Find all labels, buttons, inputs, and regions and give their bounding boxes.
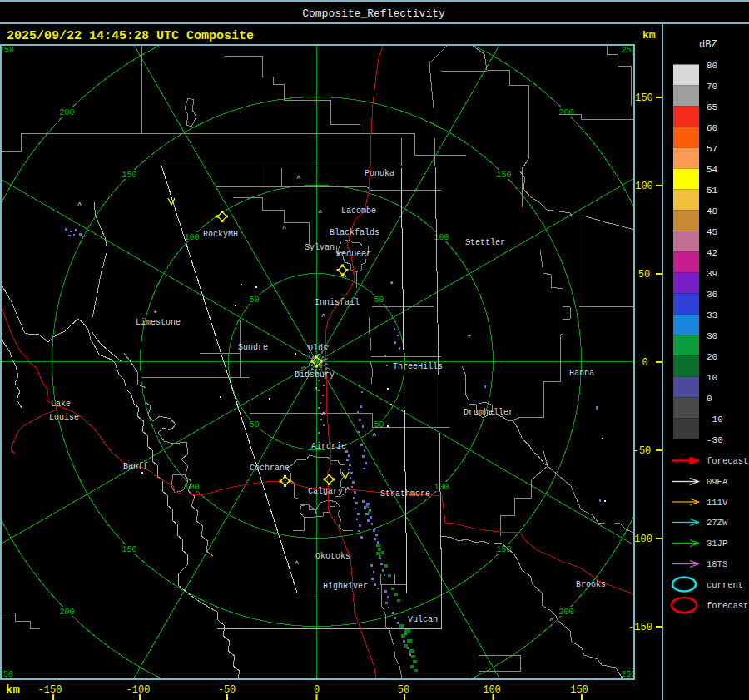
svg-text:^: ^: [549, 617, 553, 625]
svg-text:20: 20: [707, 352, 717, 362]
svg-text:100: 100: [483, 684, 501, 696]
svg-text:Lake: Lake: [51, 400, 71, 409]
svg-text:Lacombe: Lacombe: [341, 206, 376, 216]
svg-text:45: 45: [707, 227, 717, 237]
svg-text:Innisfail: Innisfail: [315, 298, 360, 307]
svg-text:70: 70: [707, 82, 717, 92]
svg-text:Hanna: Hanna: [569, 369, 594, 378]
svg-text:Drumheller: Drumheller: [464, 408, 513, 417]
svg-text:100: 100: [184, 233, 199, 242]
svg-text:-50: -50: [218, 684, 236, 696]
svg-text:Sylvan: Sylvan: [305, 243, 335, 252]
svg-text:Cochrane: Cochrane: [250, 464, 290, 473]
svg-text:+: +: [467, 333, 471, 341]
svg-text:39: 39: [707, 269, 717, 279]
svg-text:Louise: Louise: [49, 413, 79, 422]
svg-text:50: 50: [374, 295, 384, 305]
svg-text:Okotoks: Okotoks: [315, 552, 350, 561]
svg-text:100: 100: [434, 483, 449, 492]
svg-text:51: 51: [707, 186, 718, 196]
svg-text:RockyMH: RockyMH: [203, 230, 238, 239]
svg-text:80: 80: [707, 61, 717, 71]
svg-text:31JP: 31JP: [707, 539, 727, 549]
svg-text:0: 0: [314, 684, 320, 696]
svg-text:Vulcan: Vulcan: [408, 615, 438, 624]
svg-text:250: 250: [0, 46, 14, 55]
svg-text:200: 200: [59, 108, 74, 117]
svg-text:-10: -10: [707, 415, 723, 424]
svg-text:Didsbury: Didsbury: [295, 370, 335, 380]
svg-text:Brooks: Brooks: [576, 580, 606, 589]
svg-text:50: 50: [398, 684, 409, 696]
svg-text:57: 57: [707, 144, 717, 154]
svg-text:-100: -100: [628, 534, 652, 545]
svg-text:250: 250: [0, 670, 13, 679]
svg-text:Stettler: Stettler: [465, 238, 505, 247]
svg-text:150: 150: [122, 545, 136, 554]
svg-text:-50: -50: [633, 445, 652, 457]
svg-text:150: 150: [570, 684, 588, 696]
svg-text:0: 0: [642, 357, 647, 369]
svg-text:^: ^: [314, 386, 318, 395]
svg-text:111V: 111V: [707, 498, 728, 508]
svg-text:^: ^: [282, 225, 286, 233]
svg-text:30: 30: [707, 331, 717, 341]
svg-text:150: 150: [122, 171, 136, 180]
svg-text:forecast: forecast: [707, 601, 748, 611]
svg-text:^: ^: [345, 486, 350, 494]
svg-text:forecast: forecast: [707, 456, 748, 466]
svg-text:09EA: 09EA: [707, 477, 728, 487]
svg-text:50: 50: [638, 269, 650, 280]
svg-text:Sundre: Sundre: [238, 343, 268, 352]
svg-text:33: 33: [707, 310, 717, 320]
svg-text:18TS: 18TS: [707, 559, 727, 569]
svg-text:50: 50: [249, 420, 259, 429]
svg-text:200: 200: [59, 608, 74, 617]
svg-text:-100: -100: [126, 684, 151, 696]
svg-text:km: km: [642, 29, 656, 42]
svg-text:ThreeHills: ThreeHills: [393, 362, 443, 371]
svg-text:54: 54: [707, 165, 718, 175]
svg-text:-30: -30: [707, 435, 723, 445]
svg-text:RedDeer: RedDeer: [336, 250, 371, 259]
svg-text:dBZ: dBZ: [699, 39, 717, 51]
svg-text:^: ^: [342, 273, 346, 281]
svg-text:50: 50: [374, 420, 384, 429]
svg-text:100: 100: [635, 181, 653, 192]
svg-text:km: km: [6, 683, 20, 697]
svg-text:60: 60: [707, 123, 717, 133]
svg-text:10: 10: [707, 373, 717, 383]
svg-text:Olds: Olds: [308, 344, 328, 353]
svg-text:^: ^: [318, 209, 322, 217]
svg-text:HighRiver: HighRiver: [323, 582, 368, 591]
svg-text:^: ^: [77, 201, 82, 210]
svg-text:Blackfalds: Blackfalds: [330, 228, 379, 237]
svg-text:-150: -150: [38, 684, 62, 696]
svg-text:50: 50: [249, 295, 259, 305]
svg-text:2025/09/22 14:45:28 UTC Compos: 2025/09/22 14:45:28 UTC Composite: [7, 29, 254, 43]
svg-text:*: *: [389, 281, 394, 290]
svg-text:Banff: Banff: [123, 462, 148, 471]
svg-text:^: ^: [372, 432, 376, 440]
svg-text:200: 200: [558, 108, 573, 117]
svg-text:-150: -150: [628, 622, 652, 633]
svg-text:Calgary: Calgary: [308, 487, 343, 496]
svg-text:Airdrie: Airdrie: [311, 442, 346, 451]
svg-text:Ponoka: Ponoka: [365, 169, 394, 178]
svg-text:150: 150: [496, 171, 511, 180]
svg-text:current: current: [707, 580, 743, 590]
svg-text:^: ^: [296, 175, 300, 183]
svg-text:^: ^: [295, 560, 299, 568]
svg-text:48: 48: [707, 206, 717, 216]
svg-text:200: 200: [558, 608, 573, 617]
svg-text:Strathmore: Strathmore: [380, 489, 430, 499]
svg-text:150: 150: [635, 92, 653, 104]
svg-text:^: ^: [321, 411, 325, 420]
svg-text:36: 36: [707, 290, 717, 300]
svg-text:Composite_Reflectivity: Composite_Reflectivity: [302, 7, 445, 20]
svg-text:42: 42: [707, 248, 717, 258]
svg-text:27ZW: 27ZW: [707, 518, 728, 528]
svg-text:65: 65: [707, 102, 717, 112]
svg-text:^: ^: [321, 313, 325, 321]
svg-text:0: 0: [707, 394, 712, 404]
